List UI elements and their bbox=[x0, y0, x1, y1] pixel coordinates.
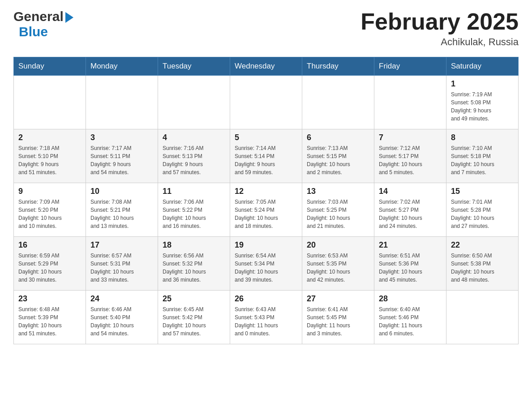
calendar-cell: 18Sunrise: 6:56 AM Sunset: 5:32 PM Dayli… bbox=[158, 237, 230, 291]
day-number: 8 bbox=[451, 133, 514, 142]
day-number: 3 bbox=[90, 133, 153, 142]
calendar-cell bbox=[158, 76, 230, 129]
calendar-cell: 21Sunrise: 6:51 AM Sunset: 5:36 PM Dayli… bbox=[374, 237, 446, 291]
day-info: Sunrise: 7:19 AM Sunset: 5:08 PM Dayligh… bbox=[451, 90, 514, 123]
calendar-cell: 2Sunrise: 7:18 AM Sunset: 5:10 PM Daylig… bbox=[14, 129, 86, 183]
calendar-cell: 11Sunrise: 7:06 AM Sunset: 5:22 PM Dayli… bbox=[158, 183, 230, 237]
calendar-cell: 26Sunrise: 6:43 AM Sunset: 5:43 PM Dayli… bbox=[230, 291, 302, 344]
day-number: 23 bbox=[18, 294, 81, 304]
calendar-cell: 14Sunrise: 7:02 AM Sunset: 5:27 PM Dayli… bbox=[374, 183, 446, 237]
calendar-cell: 27Sunrise: 6:41 AM Sunset: 5:45 PM Dayli… bbox=[302, 291, 374, 344]
day-info: Sunrise: 7:05 AM Sunset: 5:24 PM Dayligh… bbox=[235, 198, 297, 230]
weekday-header-row: SundayMondayTuesdayWednesdayThursdayFrid… bbox=[14, 57, 519, 76]
day-number: 27 bbox=[307, 294, 369, 304]
day-number: 21 bbox=[379, 240, 442, 250]
day-info: Sunrise: 7:03 AM Sunset: 5:25 PM Dayligh… bbox=[307, 198, 369, 230]
day-number: 2 bbox=[18, 133, 81, 142]
day-info: Sunrise: 7:08 AM Sunset: 5:21 PM Dayligh… bbox=[90, 198, 153, 230]
day-number: 19 bbox=[235, 240, 297, 250]
day-number: 22 bbox=[451, 240, 514, 250]
day-number: 5 bbox=[235, 133, 297, 142]
calendar-cell: 4Sunrise: 7:16 AM Sunset: 5:13 PM Daylig… bbox=[158, 129, 230, 183]
calendar-cell: 15Sunrise: 7:01 AM Sunset: 5:28 PM Dayli… bbox=[446, 183, 519, 237]
calendar-cell: 9Sunrise: 7:09 AM Sunset: 5:20 PM Daylig… bbox=[14, 183, 86, 237]
day-number: 26 bbox=[235, 294, 297, 304]
day-number: 14 bbox=[379, 187, 442, 196]
location-text: Achikulak, Russia bbox=[360, 36, 519, 48]
calendar-cell: 25Sunrise: 6:45 AM Sunset: 5:42 PM Dayli… bbox=[158, 291, 230, 344]
day-number: 16 bbox=[18, 240, 81, 250]
weekday-header-monday: Monday bbox=[86, 57, 158, 76]
day-number: 20 bbox=[307, 240, 369, 250]
day-number: 10 bbox=[90, 187, 153, 196]
day-number: 28 bbox=[379, 294, 442, 304]
day-number: 6 bbox=[307, 133, 369, 142]
page-header: General Blue February 2025 Achikulak, Ru… bbox=[13, 9, 519, 48]
calendar-cell: 22Sunrise: 6:50 AM Sunset: 5:38 PM Dayli… bbox=[446, 237, 519, 291]
day-info: Sunrise: 7:14 AM Sunset: 5:14 PM Dayligh… bbox=[235, 144, 297, 176]
day-number: 4 bbox=[163, 133, 225, 142]
calendar-cell: 8Sunrise: 7:10 AM Sunset: 5:18 PM Daylig… bbox=[446, 129, 519, 183]
calendar-cell: 23Sunrise: 6:48 AM Sunset: 5:39 PM Dayli… bbox=[14, 291, 86, 344]
calendar-cell: 28Sunrise: 6:40 AM Sunset: 5:46 PM Dayli… bbox=[374, 291, 446, 344]
weekday-header-friday: Friday bbox=[374, 57, 446, 76]
day-number: 12 bbox=[235, 187, 297, 196]
day-number: 15 bbox=[451, 187, 514, 196]
calendar-cell: 10Sunrise: 7:08 AM Sunset: 5:21 PM Dayli… bbox=[86, 183, 158, 237]
day-info: Sunrise: 6:54 AM Sunset: 5:34 PM Dayligh… bbox=[235, 252, 297, 284]
day-info: Sunrise: 7:17 AM Sunset: 5:11 PM Dayligh… bbox=[90, 144, 153, 176]
day-number: 24 bbox=[90, 294, 153, 304]
day-info: Sunrise: 6:40 AM Sunset: 5:46 PM Dayligh… bbox=[379, 305, 442, 338]
calendar-cell: 3Sunrise: 7:17 AM Sunset: 5:11 PM Daylig… bbox=[86, 129, 158, 183]
day-info: Sunrise: 7:18 AM Sunset: 5:10 PM Dayligh… bbox=[18, 144, 81, 176]
day-info: Sunrise: 6:53 AM Sunset: 5:35 PM Dayligh… bbox=[307, 252, 369, 284]
calendar-cell: 7Sunrise: 7:12 AM Sunset: 5:17 PM Daylig… bbox=[374, 129, 446, 183]
calendar-cell: 19Sunrise: 6:54 AM Sunset: 5:34 PM Dayli… bbox=[230, 237, 302, 291]
day-number: 9 bbox=[18, 187, 81, 196]
day-info: Sunrise: 6:45 AM Sunset: 5:42 PM Dayligh… bbox=[163, 305, 225, 338]
day-info: Sunrise: 6:51 AM Sunset: 5:36 PM Dayligh… bbox=[379, 252, 442, 284]
calendar-cell: 1Sunrise: 7:19 AM Sunset: 5:08 PM Daylig… bbox=[446, 76, 519, 129]
calendar-cell: 12Sunrise: 7:05 AM Sunset: 5:24 PM Dayli… bbox=[230, 183, 302, 237]
weekday-header-thursday: Thursday bbox=[302, 57, 374, 76]
calendar-cell bbox=[230, 76, 302, 129]
day-info: Sunrise: 6:43 AM Sunset: 5:43 PM Dayligh… bbox=[235, 305, 297, 338]
calendar-cell: 16Sunrise: 6:59 AM Sunset: 5:29 PM Dayli… bbox=[14, 237, 86, 291]
day-number: 25 bbox=[163, 294, 225, 304]
day-info: Sunrise: 6:41 AM Sunset: 5:45 PM Dayligh… bbox=[307, 305, 369, 338]
calendar-cell bbox=[374, 76, 446, 129]
title-section: February 2025 Achikulak, Russia bbox=[360, 9, 519, 48]
calendar-table: SundayMondayTuesdayWednesdayThursdayFrid… bbox=[13, 57, 519, 344]
calendar-cell: 24Sunrise: 6:46 AM Sunset: 5:40 PM Dayli… bbox=[86, 291, 158, 344]
calendar-week-row: 9Sunrise: 7:09 AM Sunset: 5:20 PM Daylig… bbox=[14, 183, 519, 237]
day-number: 13 bbox=[307, 187, 369, 196]
weekday-header-tuesday: Tuesday bbox=[158, 57, 230, 76]
day-number: 11 bbox=[163, 187, 225, 196]
calendar-cell: 5Sunrise: 7:14 AM Sunset: 5:14 PM Daylig… bbox=[230, 129, 302, 183]
day-info: Sunrise: 6:48 AM Sunset: 5:39 PM Dayligh… bbox=[18, 305, 81, 338]
weekday-header-saturday: Saturday bbox=[446, 57, 519, 76]
calendar-cell: 20Sunrise: 6:53 AM Sunset: 5:35 PM Dayli… bbox=[302, 237, 374, 291]
calendar-cell bbox=[446, 291, 519, 344]
calendar-cell: 6Sunrise: 7:13 AM Sunset: 5:15 PM Daylig… bbox=[302, 129, 374, 183]
day-number: 1 bbox=[451, 79, 514, 89]
day-info: Sunrise: 6:50 AM Sunset: 5:38 PM Dayligh… bbox=[451, 252, 514, 284]
day-number: 7 bbox=[379, 133, 442, 142]
day-info: Sunrise: 7:06 AM Sunset: 5:22 PM Dayligh… bbox=[163, 198, 225, 230]
calendar-week-row: 16Sunrise: 6:59 AM Sunset: 5:29 PM Dayli… bbox=[14, 237, 519, 291]
day-info: Sunrise: 7:12 AM Sunset: 5:17 PM Dayligh… bbox=[379, 144, 442, 176]
day-number: 18 bbox=[163, 240, 225, 250]
day-number: 17 bbox=[90, 240, 153, 250]
day-info: Sunrise: 7:09 AM Sunset: 5:20 PM Dayligh… bbox=[18, 198, 81, 230]
day-info: Sunrise: 7:16 AM Sunset: 5:13 PM Dayligh… bbox=[163, 144, 225, 176]
weekday-header-wednesday: Wednesday bbox=[230, 57, 302, 76]
day-info: Sunrise: 7:02 AM Sunset: 5:27 PM Dayligh… bbox=[379, 198, 442, 230]
day-info: Sunrise: 6:56 AM Sunset: 5:32 PM Dayligh… bbox=[163, 252, 225, 284]
calendar-week-row: 1Sunrise: 7:19 AM Sunset: 5:08 PM Daylig… bbox=[14, 76, 519, 129]
logo-blue-text: Blue bbox=[19, 24, 48, 39]
calendar-cell bbox=[14, 76, 86, 129]
logo-general-text: General bbox=[13, 9, 64, 24]
day-info: Sunrise: 6:46 AM Sunset: 5:40 PM Dayligh… bbox=[90, 305, 153, 338]
calendar-cell bbox=[302, 76, 374, 129]
day-info: Sunrise: 7:10 AM Sunset: 5:18 PM Dayligh… bbox=[451, 144, 514, 176]
